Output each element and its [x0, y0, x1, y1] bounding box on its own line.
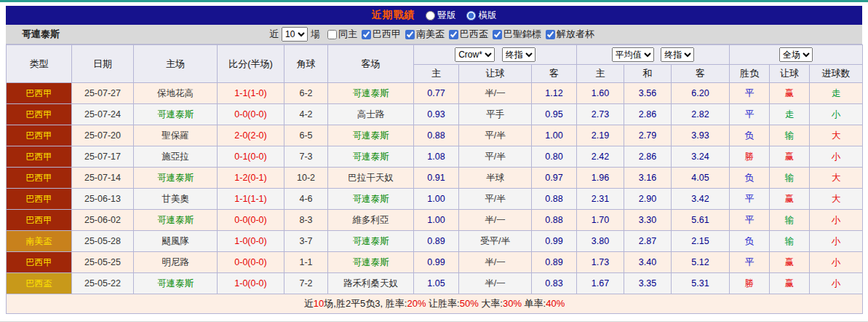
sub-col-euro-away: 客	[672, 65, 730, 83]
score: 0-0(0-0)	[218, 104, 284, 125]
score: 1-1(1-0)	[218, 83, 284, 104]
euro-bookmaker-select[interactable]: 平均值	[612, 47, 654, 62]
home-team: 哥連泰斯	[134, 210, 218, 231]
filter-同主[interactable]: 同主	[327, 28, 357, 41]
euro-away-odds: 5.12	[672, 252, 730, 273]
match-row: 巴西甲25-06-02哥連泰斯0-0(0-0)8-3維多利亞1.00半/一0.8…	[7, 210, 863, 231]
home-team: 明尼路	[134, 252, 218, 273]
result-scope-select[interactable]: 全场	[779, 47, 813, 62]
col-header-type: 类型	[7, 45, 72, 83]
team-name: 哥連泰斯	[22, 28, 60, 41]
summary-stat-value: 10	[314, 298, 324, 309]
euro-away-odds: 5.61	[672, 210, 730, 231]
asia-home-odds: 0.99	[414, 252, 459, 273]
summary-stat-label: 单率:	[522, 298, 546, 309]
result-goals: 小	[810, 104, 863, 125]
result-goals: 大	[810, 125, 863, 146]
home-team: 哥連泰斯	[134, 273, 218, 294]
panel-title: 近期戰績	[372, 9, 415, 22]
asia-away-odds: 0.83	[532, 273, 577, 294]
filter-解放者杯[interactable]: 解放者杯	[546, 28, 594, 41]
filter-巴西盃[interactable]: 巴西盃	[449, 28, 488, 41]
asia-handicap: 平/半	[459, 189, 532, 210]
filter-checkbox[interactable]	[449, 30, 458, 39]
asia-home-odds: 0.89	[414, 231, 459, 252]
summary-stat-label: 让胜率:	[426, 298, 459, 309]
games-label: 場	[311, 28, 320, 41]
result-goals: 走	[810, 83, 863, 104]
result-outcome: 平	[730, 104, 770, 125]
euro-away-odds: 4.05	[672, 168, 730, 189]
summary-stat-value: 50%	[460, 298, 479, 309]
home-team: 哥連泰斯	[134, 104, 218, 125]
filter-巴西甲[interactable]: 巴西甲	[362, 28, 401, 41]
col-header-away: 客场	[328, 45, 414, 83]
result-outcome: 勝	[730, 146, 770, 168]
match-row: 巴西甲25-07-20聖保羅2-0(2-0)6-5哥連泰斯0.88平/半1.00…	[7, 125, 863, 146]
asia-away-odds: 1.00	[532, 125, 577, 146]
euro-home-odds: 2.42	[577, 146, 624, 168]
match-count-select[interactable]: 10	[282, 27, 308, 42]
league-badge: 巴西甲	[7, 83, 72, 104]
asia-home-odds: 0.77	[414, 83, 459, 104]
filter-checkbox[interactable]	[493, 30, 502, 39]
horizontal-layout-radio[interactable]	[466, 11, 476, 20]
match-row: 巴西盃25-05-22哥連泰斯1-0(0-0)7-2路禾利桑天奴1.05半/一0…	[7, 273, 863, 294]
match-date: 25-05-22	[72, 273, 134, 294]
match-date: 25-07-20	[72, 125, 134, 146]
result-outcome: 平	[730, 83, 770, 104]
league-badge: 巴西甲	[7, 189, 72, 210]
filter-checkbox[interactable]	[327, 30, 337, 39]
asia-handicap: 平手	[459, 104, 532, 125]
score: 1-2(0-1)	[218, 168, 284, 189]
group-header-row: 类型 日期 主场 比分(半场) 角球 客场 Crow* 终指 平均值 终指 全场	[7, 45, 863, 65]
euro-home-odds: 1.67	[577, 273, 624, 294]
filter-checkbox[interactable]	[362, 30, 371, 39]
asia-handicap: 半球	[459, 168, 532, 189]
away-team: 巴拉干天奴	[328, 168, 414, 189]
home-team: 聖保羅	[134, 125, 218, 146]
match-row: 巴西甲25-06-13甘美奧1-1(1-1)4-6哥連泰斯1.00平/半0.88…	[7, 189, 863, 210]
filter-label: 解放者杯	[557, 28, 594, 41]
euro-stage-select[interactable]: 终指	[661, 47, 694, 62]
asia-bookmaker-select[interactable]: Crow*	[455, 47, 495, 62]
result-handicap: 赢	[770, 146, 810, 168]
asia-home-odds: 0.91	[414, 168, 459, 189]
asia-stage-select[interactable]: 终指	[502, 47, 535, 62]
filter-南美盃[interactable]: 南美盃	[405, 28, 445, 41]
away-team: 哥連泰斯	[328, 231, 414, 252]
result-handicap: 输	[770, 210, 810, 231]
corners: 8-3	[284, 210, 328, 231]
filter-checkbox[interactable]	[546, 30, 555, 39]
home-team: 保地花高	[134, 83, 218, 104]
result-outcome: 负	[730, 125, 770, 146]
asia-handicap: 半/一	[459, 252, 532, 273]
euro-home-odds: 1.96	[577, 168, 624, 189]
result-outcome: 平	[730, 210, 770, 231]
away-team: 哥連泰斯	[328, 252, 414, 273]
score: 1-0(0-0)	[218, 273, 284, 294]
asia-away-odds: 0.89	[532, 252, 577, 273]
asia-home-odds: 1.08	[414, 146, 459, 168]
filter-巴聖錦標[interactable]: 巴聖錦標	[493, 28, 541, 41]
summary-stat-label: 近	[304, 298, 314, 309]
summary-stat-value: 30%	[503, 298, 522, 309]
near-label: 近	[269, 28, 279, 41]
sub-col-asia-home: 主	[414, 65, 459, 83]
asia-home-odds: 1.00	[414, 189, 459, 210]
corners: 6-2	[284, 83, 328, 104]
vertical-layout-label: 豎版	[438, 9, 456, 22]
filter-label: 巴西盃	[460, 28, 488, 41]
away-team: 高士路	[328, 104, 414, 125]
euro-draw-odds: 2.86	[624, 104, 672, 125]
filter-checkbox[interactable]	[405, 30, 415, 39]
result-handicap: 赢	[770, 273, 810, 294]
layout-option-horizontal[interactable]: 橫版	[466, 9, 497, 22]
summary-stat-label: 场,胜2平5负3, 胜率:	[324, 298, 407, 309]
corners: 10-2	[284, 168, 328, 189]
euro-draw-odds: 2.79	[624, 125, 672, 146]
home-team: 甘美奧	[134, 189, 218, 210]
euro-draw-odds: 3.35	[624, 273, 672, 294]
layout-option-vertical[interactable]: 豎版	[426, 9, 456, 22]
vertical-layout-radio[interactable]	[426, 11, 435, 20]
